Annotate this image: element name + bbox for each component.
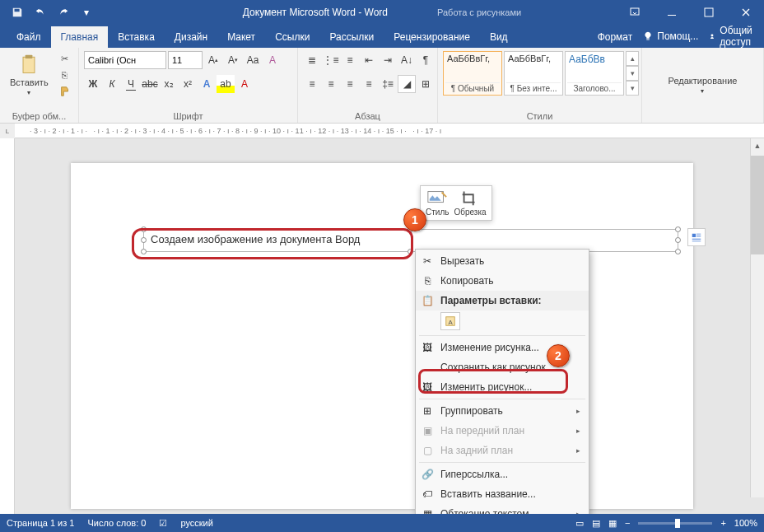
view-read-icon[interactable]: ▭ (575, 518, 584, 529)
line-spacing-icon[interactable]: ‡≡ (379, 75, 397, 93)
menu-group[interactable]: ⊞Группировать▸ (416, 401, 589, 421)
paste-button[interactable]: Вставить ▾ (5, 51, 54, 98)
highlight-icon[interactable]: ab (217, 75, 235, 93)
subscript-button[interactable]: x₂ (160, 75, 178, 93)
minimize-button[interactable] (653, 0, 690, 25)
clear-format-icon[interactable]: A (263, 51, 282, 69)
tab-mailings[interactable]: Рассылки (319, 26, 384, 48)
tab-view[interactable]: Вид (480, 26, 518, 48)
view-print-icon[interactable]: ▤ (592, 518, 600, 529)
tab-insert[interactable]: Вставка (108, 26, 165, 48)
menu-edit-picture[interactable]: 🖼Изменить рисунок... (416, 377, 589, 397)
scroll-thumb[interactable] (751, 156, 764, 254)
qat-dropdown-icon[interactable]: ▾ (77, 3, 96, 21)
undo-icon[interactable] (31, 3, 49, 21)
page[interactable]: Создаем изображение из документа Ворд (71, 163, 693, 509)
status-words[interactable]: Число слов: 0 (87, 518, 146, 528)
superscript-button[interactable]: x² (179, 75, 197, 93)
paste-option-picture[interactable]: A (440, 312, 460, 330)
multilevel-icon[interactable]: ≡ (341, 51, 359, 69)
selected-image-object[interactable]: Создаем изображение из документа Ворд (143, 229, 678, 252)
borders-icon[interactable]: ⊞ (417, 75, 435, 93)
font-size-input[interactable] (168, 51, 203, 69)
save-icon[interactable] (8, 3, 26, 21)
style-no-spacing[interactable]: АаБбВвГг, ¶ Без инте... (504, 51, 563, 96)
tab-format[interactable]: Формат (588, 26, 643, 48)
font-name-input[interactable] (84, 51, 166, 69)
view-web-icon[interactable]: ▦ (608, 518, 617, 529)
italic-button[interactable]: К (103, 75, 121, 93)
ribbon-options-icon[interactable] (616, 0, 653, 25)
sort-icon[interactable]: A↓ (398, 51, 416, 69)
maximize-button[interactable] (690, 0, 727, 25)
align-left-icon[interactable]: ≡ (303, 75, 321, 93)
ruler-horizontal[interactable]: · 3 · ı · 2 · ı · 1 · ı · · ı · 1 · ı · … (15, 124, 764, 138)
menu-insert-caption[interactable]: 🏷Вставить название... (416, 484, 589, 504)
redo-icon[interactable] (54, 3, 72, 21)
numbering-icon[interactable]: ⋮≡ (322, 51, 340, 69)
tab-layout[interactable]: Макет (217, 26, 265, 48)
tab-design[interactable]: Дизайн (165, 26, 217, 48)
zoom-slider[interactable] (638, 522, 712, 525)
menu-bring-front[interactable]: ▣На передний план▸ (416, 421, 589, 441)
zoom-out-icon[interactable]: − (625, 518, 630, 528)
editing-button[interactable]: Редактирование ▾ (664, 74, 743, 96)
menu-hyperlink[interactable]: 🔗Гиперссылка... (416, 464, 589, 484)
separator (419, 335, 585, 336)
underline-button[interactable]: Ч (122, 75, 140, 93)
format-painter-icon[interactable] (57, 84, 73, 99)
mini-toolbar: Стиль Обрезка (420, 185, 492, 221)
close-button[interactable] (727, 0, 764, 25)
resize-handle[interactable] (675, 226, 681, 232)
picture-style-button[interactable]: Стиль (426, 189, 449, 217)
align-right-icon[interactable]: ≡ (341, 75, 359, 93)
indent-inc-icon[interactable]: ⇥ (379, 51, 397, 69)
styles-gallery[interactable]: АаБбВвГг, ¶ Обычный АаБбВвГг, ¶ Без инте… (443, 51, 639, 96)
vertical-scrollbar[interactable]: ▲ (750, 138, 764, 497)
show-marks-icon[interactable]: ¶ (417, 51, 435, 69)
scroll-up-icon[interactable]: ▲ (751, 138, 764, 152)
text-effects-icon[interactable]: A (198, 75, 216, 93)
tab-review[interactable]: Рецензирование (384, 26, 480, 48)
cut-icon[interactable]: ✂ (57, 51, 73, 66)
resize-handle[interactable] (141, 226, 147, 232)
bullets-icon[interactable]: ≣ (303, 51, 321, 69)
justify-icon[interactable]: ≡ (360, 75, 378, 93)
menu-copy[interactable]: ⎘Копировать (416, 271, 589, 291)
menu-cut[interactable]: ✂Вырезать (416, 251, 589, 271)
resize-handle[interactable] (141, 237, 147, 243)
indent-dec-icon[interactable]: ⇤ (360, 51, 378, 69)
tab-home[interactable]: Главная (51, 26, 109, 48)
font-color-icon[interactable]: A (235, 75, 254, 93)
copy-icon[interactable]: ⎘ (57, 68, 73, 82)
status-language[interactable]: русский (180, 518, 212, 528)
layout-options-icon[interactable] (687, 228, 706, 246)
group-clipboard: Вставить ▾ ✂ ⎘ Буфер обм... (0, 48, 79, 123)
share-button[interactable]: Общий доступ (710, 25, 757, 48)
menu-send-back[interactable]: ▢На задний план▸ (416, 441, 589, 460)
tell-me[interactable]: Помощ... (642, 30, 698, 42)
zoom-in-icon[interactable]: + (720, 518, 725, 528)
styles-expand[interactable]: ▴▾▾ (626, 51, 639, 96)
crop-button[interactable]: Обрезка (454, 189, 486, 217)
style-normal[interactable]: АаБбВвГг, ¶ Обычный (443, 51, 502, 96)
strike-button[interactable]: abc (141, 75, 159, 93)
resize-handle[interactable] (141, 249, 147, 254)
status-page[interactable]: Страница 1 из 1 (7, 518, 74, 528)
shading-icon[interactable]: ◢ (398, 75, 416, 93)
grow-font-icon[interactable]: A▴ (204, 51, 222, 69)
resize-handle[interactable] (408, 249, 413, 254)
paste-options-row: A (416, 310, 589, 334)
ruler-vertical[interactable] (0, 138, 15, 516)
change-case-icon[interactable]: Aa (244, 51, 262, 69)
tab-file[interactable]: Файл (7, 26, 51, 48)
zoom-level[interactable]: 100% (734, 518, 757, 528)
style-heading[interactable]: АаБбВв Заголово... (565, 51, 624, 96)
bold-button[interactable]: Ж (84, 75, 102, 93)
shrink-font-icon[interactable]: A▾ (224, 51, 242, 69)
status-proofing-icon[interactable]: ☑ (159, 518, 167, 529)
resize-handle[interactable] (675, 249, 681, 254)
align-center-icon[interactable]: ≡ (322, 75, 340, 93)
tab-references[interactable]: Ссылки (265, 26, 319, 48)
resize-handle[interactable] (675, 237, 681, 243)
